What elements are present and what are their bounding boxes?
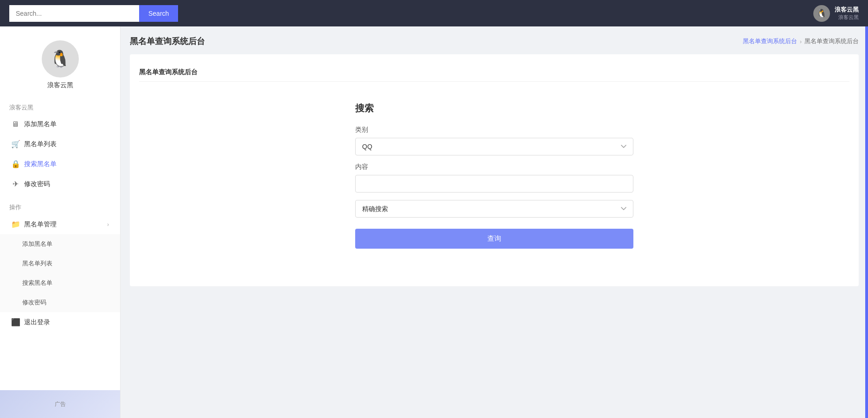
breadcrumb: 黑名单查询系统后台 › 黑名单查询系统后台 [743,37,859,45]
sidebar-item-blacklist-mgmt[interactable]: 📁 黑名单管理 › [0,214,120,234]
avatar: 🐧 [813,5,830,22]
cart-icon: 🛒 [11,140,19,148]
main-content: 黑名单查询系统后台 黑名单查询系统后台 › 黑名单查询系统后台 黑名单查询系统后… [121,26,868,418]
sidebar-item-label: 搜索黑名单 [24,160,57,168]
sidebar-sub-add[interactable]: 添加黑名单 [0,234,120,254]
search-form: 搜索 类别 QQ 微信 手机号 邮箱 内容 精确搜索 [355,93,633,258]
mode-group: 精确搜索 模糊搜索 [355,200,633,218]
category-label: 类别 [355,126,633,134]
layout: 🐧 浪客云黑 浪客云黑 🖥 添加黑名单 🛒 黑名单列表 🔒 搜索黑名单 ✈ 修改… [0,26,868,418]
content-card: 黑名单查询系统后台 搜索 类别 QQ 微信 手机号 邮箱 内容 [130,54,859,286]
content-group: 内容 [355,163,633,193]
breadcrumb-separator: › [800,38,802,45]
sidebar: 🐧 浪客云黑 浪客云黑 🖥 添加黑名单 🛒 黑名单列表 🔒 搜索黑名单 ✈ 修改… [0,26,121,418]
sidebar-sub-label: 搜索黑名单 [22,279,52,287]
lock-icon: 🔒 [11,160,19,168]
ad-image: 广告 [0,390,120,418]
sidebar-item-label: 黑名单列表 [24,140,57,148]
search-button[interactable]: Search [139,5,178,22]
breadcrumb-current: 黑名单查询系统后台 [804,37,859,45]
content-label: 内容 [355,163,633,171]
sidebar-logo-name: 浪客云黑 [47,81,73,90]
search-wrapper: Search [9,5,178,22]
monitor-icon: 🖥 [11,120,19,129]
sidebar-section-main: 浪客云黑 [0,99,120,115]
send-icon: ✈ [11,180,19,188]
navbar-right: 🐧 浪客云黑 浪客云黑 [813,5,859,22]
mode-select[interactable]: 精确搜索 模糊搜索 [355,200,633,218]
card-title: 黑名单查询系统后台 [139,68,849,82]
logout-icon: ⬛ [11,318,19,327]
sidebar-sub-label: 黑名单列表 [22,259,52,268]
content-input[interactable] [355,175,633,193]
sidebar-submenu: 添加黑名单 黑名单列表 搜索黑名单 修改密码 [0,234,120,312]
sidebar-sub-label: 修改密码 [22,298,46,307]
user-info: 浪客云黑 浪客云黑 [835,6,859,21]
breadcrumb-home[interactable]: 黑名单查询系统后台 [743,37,797,45]
search-form-title: 搜索 [355,102,633,115]
query-button[interactable]: 查询 [355,229,633,249]
top-navbar: Search 🐧 浪客云黑 浪客云黑 [0,0,868,26]
sidebar-section-ops: 操作 [0,199,120,214]
category-group: 类别 QQ 微信 手机号 邮箱 [355,126,633,155]
page-header: 黑名单查询系统后台 黑名单查询系统后台 › 黑名单查询系统后台 [130,36,859,47]
folder-icon: 📁 [11,220,19,229]
sidebar-item-label: 退出登录 [24,318,50,327]
page-title: 黑名单查询系统后台 [130,36,205,47]
scrollbar-indicator [865,26,868,418]
search-input[interactable] [9,5,139,22]
chevron-right-icon: › [107,221,109,228]
navbar-left: Search [9,5,178,22]
sidebar-item-label: 修改密码 [24,180,50,188]
sidebar-item-change-password[interactable]: ✈ 修改密码 [0,174,120,194]
sidebar-ad: 广告 [0,390,120,418]
sidebar-logo-area: 🐧 浪客云黑 [0,36,120,99]
sidebar-item-blacklist-list[interactable]: 🛒 黑名单列表 [0,134,120,154]
category-select[interactable]: QQ 微信 手机号 邮箱 [355,138,633,155]
sidebar-item-add-blacklist[interactable]: 🖥 添加黑名单 [0,115,120,134]
sidebar-sub-list[interactable]: 黑名单列表 [0,254,120,273]
sidebar-item-search-blacklist[interactable]: 🔒 搜索黑名单 [0,154,120,174]
user-name: 浪客云黑 [835,6,859,14]
sidebar-sub-pwd[interactable]: 修改密码 [0,293,120,312]
sidebar-logo: 🐧 [42,40,79,77]
user-sub: 浪客云黑 [838,14,859,21]
sidebar-item-label: 添加黑名单 [24,120,57,129]
sidebar-item-logout[interactable]: ⬛ 退出登录 [0,312,120,332]
sidebar-sub-search[interactable]: 搜索黑名单 [0,273,120,293]
sidebar-sub-label: 添加黑名单 [22,240,52,248]
sidebar-item-label: 黑名单管理 [24,220,57,229]
